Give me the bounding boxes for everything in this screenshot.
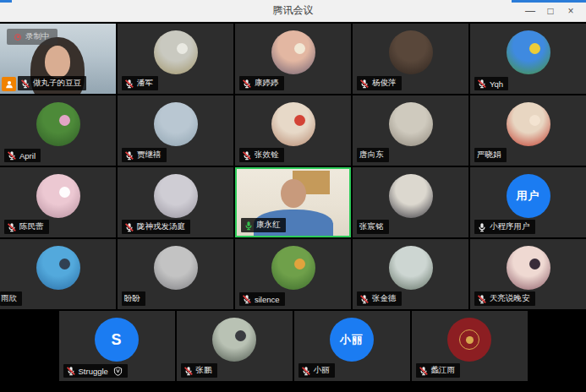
avatar [36, 102, 80, 146]
participant-name: 唐向东 [359, 150, 384, 161]
shield-badge-icon [113, 367, 123, 376]
avatar [389, 30, 433, 74]
avatar [507, 30, 550, 74]
video-grid-row-2: April 贾继禧 张效铨 唐向东 严晓娟 [0, 95, 586, 166]
video-grid-row-1: 做丸子的豆豆 录制中 潘军 康婷婷 杨俊萍 Yqh [0, 24, 586, 94]
muted-mic-icon [477, 294, 487, 304]
avatar [271, 246, 315, 290]
participant-name: 严晓娟 [477, 150, 501, 161]
video-grid-row-4: 雨欣 盼盼 silence 张金德 天亮说晚安 [0, 239, 586, 309]
name-label: Yqh [474, 77, 508, 90]
participant-tile[interactable]: 康永红 [235, 167, 351, 237]
muted-mic-icon [66, 366, 76, 376]
participant-tile[interactable]: 唐向东 [353, 95, 468, 166]
participant-tile[interactable]: 天亮说晚安 [470, 239, 586, 309]
name-label: 陈民蕾 [4, 220, 49, 234]
muted-mic-icon [124, 222, 134, 232]
participant-name: 康永红 [256, 220, 281, 231]
participant-name: silence [255, 295, 280, 304]
name-label: 雨欣 [0, 291, 22, 306]
avatar [271, 30, 315, 74]
participant-tile[interactable]: 用户 小程序用户 [470, 167, 586, 237]
avatar: S [95, 318, 139, 362]
participant-name: Struggle [79, 367, 108, 376]
muted-mic-icon [419, 366, 429, 376]
avatar [154, 102, 198, 146]
participant-tile[interactable]: Yqh [470, 24, 586, 94]
participant-name: 张金德 [372, 293, 397, 304]
meeting-window: 腾讯会议 — □ × 做丸子的豆豆 录制中 潘军 康婷婷 杨俊萍 [0, 0, 586, 392]
participant-tile[interactable]: 康婷婷 [235, 24, 351, 94]
titlebar: 腾讯会议 — □ × [0, 0, 586, 22]
muted-mic-icon [183, 366, 194, 376]
participant-name: 天亮说晚安 [490, 293, 530, 304]
participant-name: Yqh [490, 79, 503, 89]
avatar [154, 246, 198, 290]
participant-tile[interactable]: 严晓娟 [470, 95, 586, 166]
name-label: 严晓娟 [474, 148, 507, 162]
muted-mic-icon [7, 150, 17, 161]
name-label: 唐向东 [357, 148, 389, 162]
name-label: silence [239, 292, 285, 306]
muted-mic-icon [359, 294, 370, 304]
participant-tile[interactable]: 蠡江雨 [412, 311, 528, 381]
name-label: 陇神戎发汤庭 [122, 220, 190, 234]
participant-tile[interactable]: 潘军 [118, 24, 233, 94]
participant-tile[interactable]: 雨欣 [0, 239, 116, 309]
participant-tile[interactable]: 做丸子的豆豆 录制中 [0, 24, 116, 94]
participant-tile[interactable]: 小丽 小丽 [294, 311, 410, 381]
participant-tile[interactable]: 张宸铭 [353, 167, 468, 237]
participant-name: 做丸子的豆豆 [33, 78, 81, 89]
muted-mic-icon [20, 79, 30, 89]
participant-name: 陈民蕾 [19, 221, 44, 232]
avatar [389, 246, 433, 290]
video-grid-row-5: S Struggle 张鹏 小丽 小丽 蠡江雨 [0, 311, 586, 381]
participant-name: 小丽 [314, 365, 330, 376]
avatar [212, 318, 256, 362]
name-label: 做丸子的豆豆 [18, 76, 86, 90]
participant-tile[interactable]: 张金德 [353, 239, 468, 309]
name-label: 小丽 [298, 363, 335, 378]
participant-tile[interactable]: 杨俊萍 [353, 24, 468, 94]
avatar [271, 102, 315, 146]
participant-tile[interactable]: S Struggle [59, 311, 175, 381]
participant-tile[interactable]: 张鹏 [177, 311, 293, 381]
avatar [507, 102, 550, 146]
maximize-button[interactable]: □ [540, 3, 561, 19]
participant-name: 雨欣 [1, 293, 17, 304]
muted-mic-icon [124, 150, 134, 161]
window-title: 腾讯会议 [0, 0, 586, 21]
participant-tile[interactable]: 贾继禧 [118, 95, 233, 166]
participant-tile[interactable]: 张效铨 [235, 95, 351, 166]
recording-dot-icon [14, 34, 21, 41]
muted-mic-icon [477, 79, 487, 89]
avatar [36, 174, 80, 218]
muted-mic-icon [124, 79, 134, 89]
participant-name: 张鹏 [196, 365, 212, 376]
meeting-stage: 做丸子的豆豆 录制中 潘军 康婷婷 杨俊萍 Yqh April [0, 22, 586, 392]
participant-tile[interactable]: 陈民蕾 [0, 167, 116, 237]
name-label: 天亮说晚安 [474, 291, 535, 306]
participant-tile[interactable]: April [0, 95, 116, 166]
participant-tile[interactable]: silence [235, 239, 351, 309]
name-label: 盼盼 [122, 291, 145, 306]
participant-name: 陇神戎发汤庭 [137, 221, 185, 232]
name-label: 康婷婷 [239, 76, 284, 90]
name-label: 潘军 [122, 76, 158, 90]
participant-name: 蠡江雨 [431, 365, 456, 376]
participant-name: 张效铨 [255, 150, 279, 161]
name-label: 张宸铭 [357, 220, 389, 234]
participant-tile[interactable]: 盼盼 [118, 239, 233, 309]
muted-mic-icon [242, 294, 252, 304]
close-button[interactable]: × [561, 3, 581, 19]
avatar [389, 174, 433, 218]
mic-on-icon [244, 220, 254, 231]
name-label: 蠡江雨 [416, 363, 461, 378]
avatar [36, 246, 80, 290]
name-label: 张金德 [357, 291, 402, 306]
minimize-button[interactable]: — [520, 3, 540, 19]
participant-name: 潘军 [137, 78, 153, 89]
participant-tile[interactable]: 陇神戎发汤庭 [118, 167, 233, 237]
avatar: 用户 [507, 174, 550, 218]
name-label: 贾继禧 [122, 148, 167, 162]
